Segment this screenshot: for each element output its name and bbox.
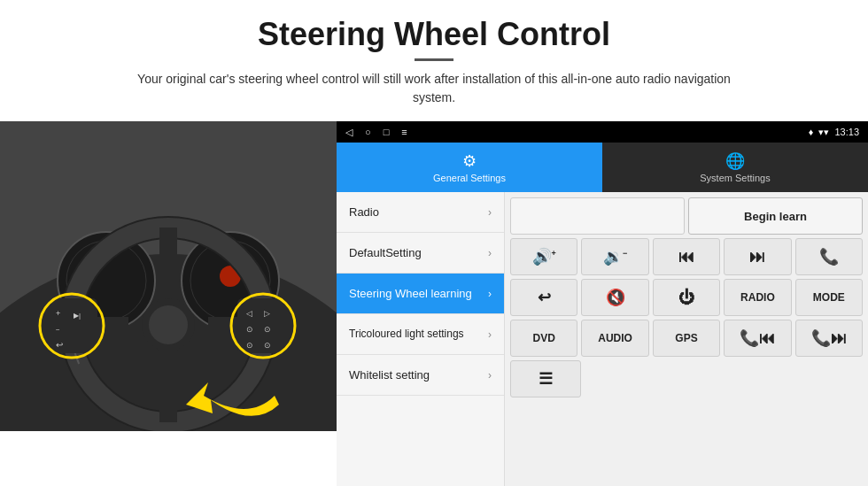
- next-track-button[interactable]: ⏭: [724, 238, 791, 275]
- status-bar-left: ◁ ○ □ ≡: [345, 127, 407, 138]
- general-settings-icon: ⚙: [462, 151, 477, 171]
- begin-learn-button[interactable]: Begin learn: [688, 197, 863, 235]
- controls-area: Begin learn 🔊+ 🔉− ⏮: [505, 192, 868, 486]
- volume-down-icon: 🔉−: [603, 247, 627, 266]
- playlist-icon: ☰: [539, 369, 553, 389]
- audio-button[interactable]: AUDIO: [581, 320, 648, 357]
- chevron-icon: ›: [488, 369, 492, 382]
- empty-slot-btn: [510, 197, 685, 235]
- page-container: Steering Wheel Control Your original car…: [0, 0, 868, 486]
- svg-text:⊙: ⊙: [264, 325, 271, 334]
- svg-text:⊙: ⊙: [246, 341, 253, 350]
- time-display: 13:13: [834, 127, 859, 137]
- phone-icon: 📞: [819, 247, 839, 266]
- subtitle: Your original car's steering wheel contr…: [124, 70, 744, 107]
- gps-button[interactable]: GPS: [653, 320, 720, 357]
- tab-system-settings[interactable]: 🌐 System Settings: [602, 143, 868, 192]
- svg-text:⊙: ⊙: [246, 325, 253, 334]
- content-area: + − ▶| ↩ ◁ ▷ ⊙ ⊙ ⊙ ⊙: [0, 121, 868, 486]
- controls-row-2: 🔊+ 🔉− ⏮ ⏭ 📞: [510, 238, 863, 275]
- status-bar-right: ♦ ▾▾ 13:13: [809, 127, 859, 138]
- tab-general-label: General Settings: [433, 173, 506, 183]
- signal-icon: ▾▾: [818, 127, 829, 138]
- chevron-icon: ›: [488, 288, 492, 300]
- svg-text:+: +: [56, 309, 60, 318]
- chevron-icon: ›: [488, 206, 492, 219]
- menu-item-default-setting[interactable]: DefaultSetting ›: [337, 233, 504, 274]
- menu-item-radio[interactable]: Radio ›: [337, 192, 504, 233]
- page-title: Steering Wheel Control: [35, 16, 833, 53]
- header-section: Steering Wheel Control Your original car…: [0, 0, 868, 114]
- android-panel: ◁ ○ □ ≡ ♦ ▾▾ 13:13 ⚙ General Settings: [337, 121, 868, 486]
- svg-text:▷: ▷: [264, 309, 270, 318]
- next-track-icon: ⏭: [749, 248, 765, 266]
- power-icon: ⏻: [678, 289, 694, 307]
- phone-next-button[interactable]: 📞⏭: [795, 320, 863, 357]
- tab-bar: ⚙ General Settings 🌐 System Settings: [337, 143, 868, 192]
- status-bar: ◁ ○ □ ≡ ♦ ▾▾ 13:13: [337, 121, 868, 143]
- phone-next-icon: 📞⏭: [811, 328, 847, 348]
- menu-list: Radio › DefaultSetting › Steering Wheel …: [337, 192, 505, 486]
- steering-wheel-image: + − ▶| ↩ ◁ ▷ ⊙ ⊙ ⊙ ⊙: [0, 121, 337, 431]
- main-split: Radio › DefaultSetting › Steering Wheel …: [337, 192, 868, 486]
- controls-row-4: DVD AUDIO GPS 📞⏮ 📞⏭: [510, 320, 863, 357]
- controls-row-5: ☰: [510, 360, 863, 397]
- tab-system-label: System Settings: [700, 173, 770, 183]
- svg-text:−: −: [56, 326, 60, 334]
- mode-button[interactable]: MODE: [795, 279, 863, 316]
- menu-item-whitelist[interactable]: Whitelist setting ›: [337, 355, 504, 396]
- playlist-button[interactable]: ☰: [510, 360, 581, 397]
- controls-row-3: ↩ 🔇 ⏻ RADIO MODE: [510, 279, 863, 316]
- menu-item-tricoloured-light[interactable]: Tricoloured light settings ›: [337, 314, 504, 355]
- prev-track-button[interactable]: ⏮: [653, 238, 720, 275]
- recents-nav-icon[interactable]: □: [384, 127, 390, 137]
- svg-text:▶|: ▶|: [74, 312, 81, 320]
- volume-up-icon: 🔊+: [532, 247, 556, 266]
- back-call-button[interactable]: ↩: [510, 279, 577, 316]
- back-call-icon: ↩: [538, 288, 551, 307]
- svg-text:◁: ◁: [246, 309, 252, 318]
- system-settings-icon: 🌐: [725, 151, 745, 171]
- chevron-icon: ›: [488, 328, 492, 341]
- svg-text:↩: ↩: [56, 340, 63, 350]
- menu-nav-icon[interactable]: ≡: [401, 127, 407, 137]
- svg-rect-16: [46, 298, 97, 353]
- radio-button[interactable]: RADIO: [724, 279, 791, 316]
- phone-prev-button[interactable]: 📞⏮: [724, 320, 791, 357]
- svg-text:⊙: ⊙: [264, 341, 271, 350]
- volume-up-button[interactable]: 🔊+: [510, 238, 577, 275]
- phone-button[interactable]: 📞: [795, 238, 863, 275]
- mute-icon: 🔇: [606, 288, 625, 307]
- prev-track-icon: ⏮: [678, 248, 694, 266]
- controls-row-1: Begin learn: [510, 197, 863, 235]
- volume-down-button[interactable]: 🔉−: [581, 238, 648, 275]
- tab-general-settings[interactable]: ⚙ General Settings: [337, 143, 602, 192]
- svg-point-15: [149, 305, 188, 344]
- home-nav-icon[interactable]: ○: [365, 127, 371, 137]
- mute-button[interactable]: 🔇: [581, 279, 648, 316]
- back-nav-icon[interactable]: ◁: [345, 127, 353, 138]
- svg-rect-17: [237, 298, 289, 353]
- phone-prev-icon: 📞⏮: [740, 328, 775, 348]
- power-button[interactable]: ⏻: [653, 279, 720, 316]
- title-divider: [415, 58, 453, 61]
- location-icon: ♦: [809, 127, 814, 137]
- menu-item-steering-wheel-learning[interactable]: Steering Wheel learning ›: [337, 274, 504, 314]
- dvd-button[interactable]: DVD: [510, 320, 577, 357]
- chevron-icon: ›: [488, 247, 492, 259]
